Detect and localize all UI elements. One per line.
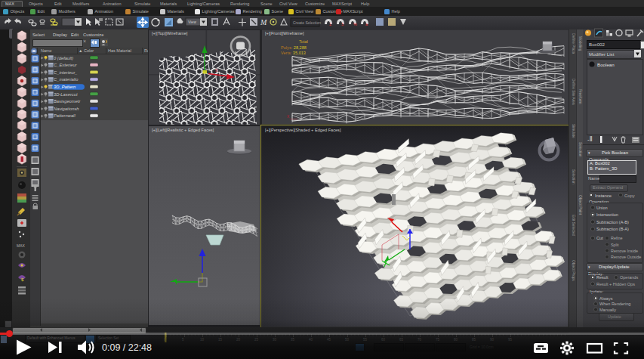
svg-text:Total: Total <box>299 39 308 44</box>
svg-text:[+][Top][Wireframe]: [+][Top][Wireframe] <box>152 31 188 36</box>
svg-text:Polys: 28,288: Polys: 28,288 <box>281 45 307 50</box>
svg-text:x___: x___ <box>287 113 297 119</box>
svg-text:Union: Union <box>596 206 608 210</box>
svg-text:Intersection: Intersection <box>596 212 618 217</box>
svg-text:Verts: 35,013: Verts: 35,013 <box>281 51 306 55</box>
svg-text:Cut: Cut <box>596 236 603 240</box>
svg-text:Boolean: Boolean <box>597 61 615 67</box>
svg-text:[+][Perspective][Shaded + Edge: [+][Perspective][Shaded + Edged Faces] <box>265 128 341 132</box>
svg-text:Remove Outside: Remove Outside <box>611 255 641 259</box>
svg-text:Split: Split <box>611 243 619 247</box>
svg-text:Remove Inside: Remove Inside <box>611 249 638 253</box>
svg-text:Instance: Instance <box>595 193 612 197</box>
svg-text:Copy: Copy <box>624 193 635 197</box>
svg-text:Subtraction (A-B): Subtraction (A-B) <box>596 220 629 224</box>
svg-text:0:09 / 22:48: 0:09 / 22:48 <box>102 342 152 353</box>
svg-text:-Ⅱ: -Ⅱ <box>587 136 593 143</box>
svg-text:[+][Left][Realistic + Edged Fa: [+][Left][Realistic + Edged Faces] <box>152 128 214 132</box>
svg-text:x: x <box>215 67 218 73</box>
svg-text:Refine: Refine <box>611 236 623 240</box>
svg-text:Subtraction (B-A): Subtraction (B-A) <box>596 227 629 231</box>
svg-text:[+][Front][Wireframe]: [+][Front][Wireframe] <box>265 31 304 36</box>
